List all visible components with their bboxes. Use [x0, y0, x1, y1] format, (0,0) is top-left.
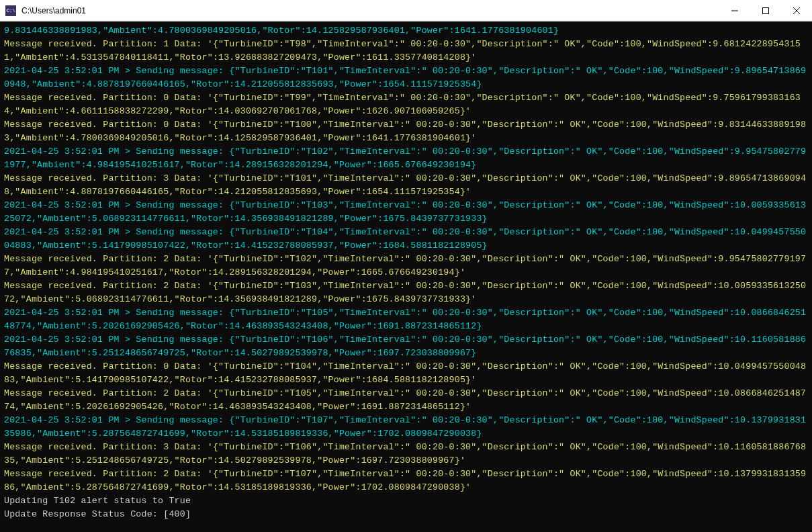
terminal-line: Message received. Partition: 0 Data: '{"…: [4, 93, 801, 116]
terminal-line: 2021-04-25 3:52:01 PM > Sending message:…: [4, 200, 806, 224]
terminal-line: Message received. Partition: 0 Data: '{"…: [4, 120, 806, 143]
terminal-line: 2021-04-25 3:52:01 PM > Sending message:…: [4, 227, 806, 251]
window-controls: [719, 0, 812, 21]
terminal-line: 2021-04-25 3:52:01 PM > Sending message:…: [4, 146, 806, 170]
terminal-line: Message received. Partition: 3 Data: '{"…: [4, 173, 806, 197]
minimize-button[interactable]: [719, 0, 750, 21]
svg-rect-1: [763, 7, 769, 13]
maximize-button[interactable]: [750, 0, 781, 21]
terminal-line: 2021-04-25 3:52:01 PM > Sending message:…: [4, 308, 806, 331]
terminal-line: Update Response Status Code: [400]: [4, 509, 191, 519]
terminal-line: 2021-04-25 3:52:01 PM > Sending message:…: [4, 66, 806, 89]
terminal-line: Updating T102 alert status to True: [4, 496, 191, 506]
terminal-output[interactable]: 9.831446338891983,"Ambient":4.7800369849…: [0, 21, 812, 532]
terminal-line: Message received. Partition: 2 Data: '{"…: [4, 388, 806, 412]
terminal-line: Message received. Partition: 1 Data: '{"…: [4, 39, 801, 62]
terminal-line: 2021-04-25 3:52:01 PM > Sending message:…: [4, 415, 806, 439]
terminal-line: Message received. Partition: 3 Data: '{"…: [4, 442, 806, 466]
terminal-line: Message received. Partition: 2 Data: '{"…: [4, 281, 806, 304]
terminal-line: 2021-04-25 3:52:01 PM > Sending message:…: [4, 335, 806, 358]
terminal-line: Message received. Partition: 2 Data: '{"…: [4, 254, 806, 277]
terminal-line: 9.831446338891983,"Ambient":4.7800369849…: [4, 26, 559, 36]
close-button[interactable]: [781, 0, 812, 21]
terminal-line: Message received. Partition: 2 Data: '{"…: [4, 469, 806, 492]
window-title: C:\Users\admin01: [21, 6, 719, 15]
terminal-line: Message received. Partition: 0 Data: '{"…: [4, 361, 806, 385]
titlebar: C:\ C:\Users\admin01: [0, 0, 812, 21]
app-icon: C:\: [5, 5, 16, 16]
